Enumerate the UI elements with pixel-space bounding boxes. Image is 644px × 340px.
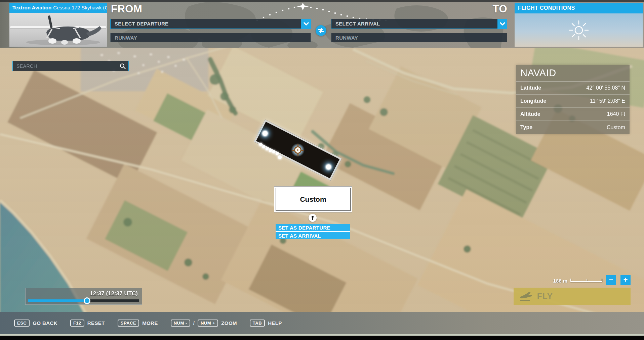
- hotkey-bar: ESC GO BACK F12 RESET SPACE MORE NUM - /…: [0, 312, 644, 334]
- map-search-box[interactable]: [12, 61, 129, 71]
- target-tick: [297, 154, 298, 156]
- zoom-label: ZOOM: [221, 320, 237, 326]
- navaid-row-type: Type Custom: [516, 121, 630, 134]
- time-slider-handle[interactable]: [84, 297, 90, 304]
- sun-icon: [568, 19, 590, 41]
- hotkey-zoom[interactable]: NUM - / NUM + ZOOM: [171, 320, 237, 327]
- time-of-day-panel: 12:37 (12:37 UTC): [25, 288, 142, 305]
- chevron-down-icon: [304, 22, 309, 26]
- waypoint-dot[interactable]: [263, 131, 268, 136]
- select-arrival-placeholder: SELECT ARRIVAL: [335, 21, 380, 27]
- aircraft-title: Textron AviationCessna 172 Skyhawk (G1: [9, 3, 107, 13]
- magnifier-icon[interactable]: [117, 63, 128, 69]
- set-as-departure-button[interactable]: SET AS DEPARTURE: [276, 224, 350, 231]
- path-dot: [272, 150, 275, 153]
- map-scale-ruler: [570, 279, 602, 282]
- set-as-arrival-button[interactable]: SET AS ARRIVAL: [276, 232, 350, 239]
- select-departure-placeholder: SELECT DEPARTURE: [115, 21, 168, 27]
- pin-up-icon: [309, 214, 317, 222]
- navaid-row-latitude: Latitude 42° 00' 55.08" N: [516, 82, 630, 95]
- departure-dropdown-button[interactable]: [301, 19, 311, 29]
- crosshair-target-icon[interactable]: [291, 143, 305, 157]
- select-arrival-field[interactable]: SELECT ARRIVAL: [331, 19, 498, 29]
- navaid-panel: NAVAID Latitude 42° 00' 55.08" N Longitu…: [516, 65, 630, 134]
- arrival-dropdown-button[interactable]: [498, 19, 507, 29]
- poi-action-menu: SET AS DEPARTURE SET AS ARRIVAL: [276, 224, 350, 239]
- satellite-map[interactable]: NAVAID Latitude 42° 00' 55.08" N Longitu…: [0, 48, 644, 340]
- departure-runway-field[interactable]: RUNWAY: [110, 33, 311, 42]
- zoom-out-button[interactable]: −: [606, 275, 616, 285]
- aircraft-image: [9, 13, 107, 47]
- swap-horizontal-icon: [318, 28, 324, 33]
- path-dot: [259, 143, 262, 146]
- fly-button[interactable]: FLY: [514, 288, 631, 305]
- help-label: HELP: [268, 320, 282, 326]
- target-tick: [301, 150, 304, 151]
- aircraft-brand: Textron Aviation: [12, 5, 51, 10]
- go-back-label: GO BACK: [33, 320, 57, 326]
- chevron-down-icon: [500, 22, 505, 26]
- path-dot: [262, 145, 265, 148]
- world-map-screen: Textron AviationCessna 172 Skyhawk (G1: [0, 0, 644, 340]
- airplane-icon: [296, 3, 309, 10]
- waypoint-dot[interactable]: [326, 164, 331, 169]
- search-input[interactable]: [13, 63, 117, 69]
- poi-name: Custom: [276, 188, 351, 211]
- time-slider-fill: [28, 299, 87, 302]
- path-dot: [276, 152, 279, 155]
- tab-keycap: TAB: [250, 320, 265, 327]
- navaid-title: NAVAID: [516, 65, 630, 82]
- poi-name-plate[interactable]: Custom: [274, 186, 352, 212]
- hotkey-help[interactable]: TAB HELP: [250, 320, 282, 327]
- swap-departure-arrival-button[interactable]: [316, 25, 326, 36]
- target-tick: [297, 144, 298, 146]
- space-keycap: SPACE: [118, 320, 139, 327]
- esc-keycap: ESC: [14, 320, 30, 327]
- path-dot: [278, 155, 282, 159]
- more-label: MORE: [142, 320, 158, 326]
- to-label: TO: [493, 3, 508, 15]
- path-dot: [269, 149, 272, 152]
- aircraft-model: Cessna 172 Skyhawk (G1: [53, 5, 107, 10]
- zoom-in-button[interactable]: +: [620, 275, 631, 285]
- fly-label: FLY: [537, 292, 553, 301]
- path-dot: [266, 147, 269, 150]
- flight-conditions-title: FLIGHT CONDITIONS: [515, 3, 643, 13]
- time-slider-track[interactable]: [28, 299, 139, 302]
- from-label: FROM: [111, 3, 142, 15]
- hotkey-reset[interactable]: F12 RESET: [70, 320, 105, 327]
- takeoff-icon: [519, 291, 533, 302]
- key-separator: /: [193, 320, 195, 326]
- num-minus-keycap: NUM -: [171, 320, 190, 327]
- flight-conditions-panel[interactable]: FLIGHT CONDITIONS: [515, 3, 643, 47]
- navaid-row-altitude: Altitude 1640 Ft: [516, 108, 630, 121]
- map-scale-label: 188 m: [538, 278, 567, 284]
- target-tick: [292, 150, 294, 151]
- arrival-runway-placeholder: RUNWAY: [335, 35, 358, 41]
- hotkey-more[interactable]: SPACE MORE: [118, 320, 158, 327]
- hotkey-go-back[interactable]: ESC GO BACK: [14, 320, 57, 327]
- departure-runway-placeholder: RUNWAY: [115, 35, 137, 41]
- navaid-row-longitude: Longitude 11° 59' 2.08" E: [516, 95, 630, 108]
- f12-keycap: F12: [70, 320, 84, 327]
- top-bar: Textron AviationCessna 172 Skyhawk (G1: [0, 0, 644, 48]
- bottom-black-strip: [0, 336, 644, 340]
- arrival-runway-field[interactable]: RUNWAY: [331, 33, 507, 42]
- top-edge-strip: [0, 0, 644, 2]
- target-center-dot: [297, 149, 298, 151]
- num-plus-keycap: NUM +: [198, 320, 218, 327]
- flight-conditions-preview: [515, 13, 643, 47]
- select-departure-field[interactable]: SELECT DEPARTURE: [110, 19, 301, 29]
- aircraft-selector[interactable]: Textron AviationCessna 172 Skyhawk (G1: [9, 3, 107, 47]
- reset-label: RESET: [87, 320, 105, 326]
- time-of-day-value: 12:37 (12:37 UTC): [90, 290, 138, 297]
